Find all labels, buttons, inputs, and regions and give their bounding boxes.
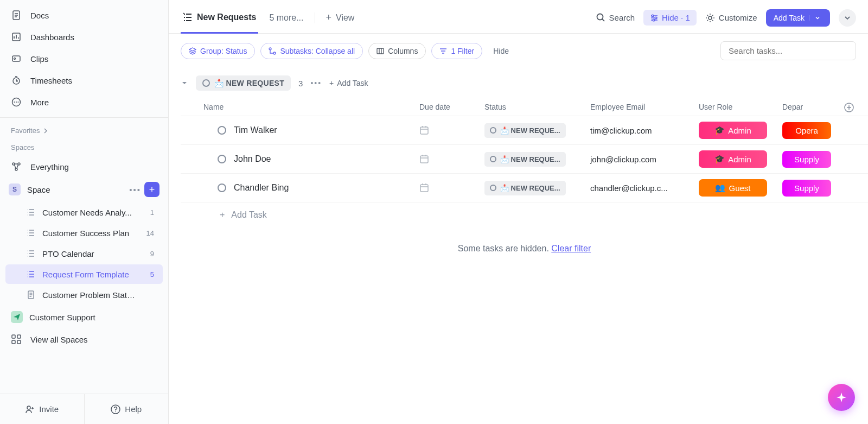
chevron-down-icon[interactable] — [809, 15, 822, 21]
column-email[interactable]: Employee Email — [590, 103, 699, 112]
column-status[interactable]: Status — [484, 103, 590, 112]
department-cell[interactable]: Opera — [776, 122, 841, 139]
subtasks-pill[interactable]: Subtasks: Collapse all — [260, 43, 363, 59]
doc-icon — [11, 10, 22, 21]
svg-rect-16 — [17, 340, 21, 344]
table-row[interactable]: Tim Walker📩 NEW REQUE...tim@clickup.com🎓… — [181, 116, 868, 145]
sidebar-customer-support[interactable]: Customer Support — [0, 306, 168, 328]
status-circle-icon — [490, 127, 496, 134]
hide-button[interactable]: Hide — [493, 47, 509, 55]
sidebar-list-item[interactable]: Customer Needs Analy...1 — [5, 202, 163, 222]
filter-pill[interactable]: 1 Filter — [431, 43, 482, 59]
list-icon — [26, 207, 36, 217]
status-circle-icon[interactable] — [218, 183, 226, 192]
svg-rect-13 — [12, 335, 15, 338]
status-cell[interactable]: 📩 NEW REQUE... — [484, 123, 590, 138]
role-cell[interactable]: 🎓Admin — [699, 150, 776, 168]
search-tasks-input[interactable] — [720, 41, 856, 60]
svg-point-22 — [655, 17, 657, 19]
tab-more[interactable]: 5 more... — [267, 8, 305, 33]
status-circle-icon — [490, 185, 496, 191]
collapse-group-button[interactable] — [181, 79, 188, 87]
svg-point-10 — [18, 163, 20, 165]
due-date-cell[interactable] — [419, 183, 484, 193]
columns-pill[interactable]: Columns — [368, 43, 426, 59]
search-button[interactable]: Search — [596, 13, 635, 22]
add-view-button[interactable]: + View — [324, 7, 357, 33]
space-badge: S — [9, 183, 21, 195]
email-cell[interactable]: chandler@clickup.c... — [590, 183, 699, 193]
more-menu-button[interactable] — [839, 9, 856, 27]
group-more-button[interactable]: ••• — [310, 79, 322, 87]
column-department[interactable]: Depar — [776, 103, 841, 112]
task-name-cell[interactable]: Chandler Bing — [181, 183, 419, 193]
invite-button[interactable]: Invite — [0, 394, 85, 424]
email-cell[interactable]: john@clickup.com — [590, 155, 699, 164]
column-role[interactable]: User Role — [699, 103, 776, 112]
status-circle-icon[interactable] — [218, 155, 226, 163]
email-cell[interactable]: tim@clickup.com — [590, 126, 699, 135]
dashboard-icon — [11, 31, 22, 42]
favorites-section[interactable]: Favorites — [0, 122, 168, 139]
sidebar-list-item[interactable]: Customer Problem Statem... — [5, 285, 163, 305]
svg-point-11 — [15, 168, 17, 170]
sidebar-space[interactable]: S Space ••• + — [0, 178, 168, 201]
sidebar-nav-timesheets[interactable]: Timesheets — [0, 69, 168, 91]
task-name-cell[interactable]: John Doe — [181, 154, 419, 164]
table-row[interactable]: John Doe📩 NEW REQUE...john@clickup.com🎓A… — [181, 145, 868, 174]
department-cell[interactable]: Supply — [776, 151, 841, 168]
status-circle-icon — [202, 79, 210, 87]
list-icon — [26, 228, 36, 238]
more-icon[interactable]: ••• — [129, 185, 141, 194]
sidebar-everything[interactable]: Everything — [0, 156, 168, 178]
add-space-button[interactable]: + — [144, 182, 159, 197]
layers-icon — [189, 47, 196, 55]
sidebar-list-item[interactable]: PTO Calendar9 — [5, 244, 163, 263]
sidebar-list-item[interactable]: Request Form Template5 — [5, 264, 163, 284]
sidebar-view-all-spaces[interactable]: View all Spaces — [0, 328, 168, 350]
ai-fab-button[interactable] — [828, 384, 855, 411]
clear-filter-link[interactable]: Clear filter — [551, 244, 591, 253]
group-add-task-button[interactable]: + Add Task — [329, 79, 368, 87]
main-content: New Requests 5 more... + View Search Hid… — [169, 0, 868, 424]
column-name[interactable]: Name — [181, 103, 419, 112]
search-icon — [596, 13, 605, 22]
add-task-button[interactable]: Add Task — [766, 9, 830, 27]
role-cell[interactable]: 👥Guest — [699, 179, 776, 197]
sidebar-list-item[interactable]: Customer Success Plan14 — [5, 223, 163, 243]
role-cell[interactable]: 🎓Admin — [699, 122, 776, 139]
sidebar-nav-more[interactable]: More — [0, 91, 168, 113]
table-row[interactable]: Chandler Bing📩 NEW REQUE...chandler@clic… — [181, 174, 868, 202]
customize-button[interactable]: Customize — [705, 13, 757, 23]
group-pill[interactable]: Group: Status — [181, 43, 255, 59]
filter-bar: Group: Status Subtasks: Collapse all Col… — [169, 34, 868, 68]
due-date-cell[interactable] — [419, 154, 484, 164]
sidebar-nav-clips[interactable]: Clips — [0, 48, 168, 69]
tab-new-requests[interactable]: New Requests — [181, 7, 258, 34]
sidebar-nav-dashboards[interactable]: Dashboards — [0, 26, 168, 48]
svg-point-6 — [14, 102, 15, 103]
group-status-badge[interactable]: 📩 NEW REQUEST — [196, 75, 291, 91]
group-count: 3 — [298, 79, 303, 88]
status-cell[interactable]: 📩 NEW REQUE... — [484, 152, 590, 167]
svg-rect-15 — [12, 340, 15, 344]
due-date-cell[interactable] — [419, 125, 484, 135]
status-cell[interactable]: 📩 NEW REQUE... — [484, 181, 590, 195]
department-cell[interactable]: Supply — [776, 180, 841, 197]
hide-chip[interactable]: Hide · 1 — [643, 10, 697, 26]
calendar-icon — [419, 125, 429, 135]
subtask-icon — [269, 47, 276, 55]
svg-point-21 — [652, 15, 654, 17]
column-due[interactable]: Due date — [419, 103, 484, 112]
help-button[interactable]: Help — [85, 394, 169, 424]
svg-point-17 — [27, 406, 30, 409]
status-circle-icon[interactable] — [218, 126, 226, 135]
task-name-cell[interactable]: Tim Walker — [181, 125, 419, 135]
sidebar-nav-docs[interactable]: Docs — [0, 4, 168, 26]
send-icon — [11, 311, 23, 323]
svg-point-7 — [16, 102, 17, 103]
list-icon — [26, 249, 36, 258]
gear-icon — [705, 13, 715, 23]
add-column-button[interactable] — [841, 103, 857, 112]
add-task-row[interactable]: + Add Task — [181, 202, 868, 227]
